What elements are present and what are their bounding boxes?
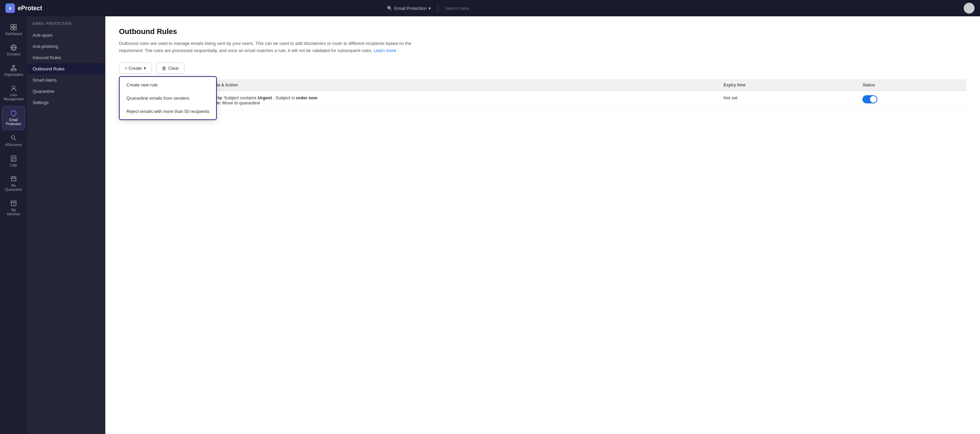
criteria-text-middle: , Subject is xyxy=(273,95,296,101)
clear-icon: 🗑 xyxy=(162,65,166,71)
dropdown-create-new-rule[interactable]: Create new rule xyxy=(119,78,216,91)
sidebar-item-domains[interactable]: Domains xyxy=(2,41,25,60)
learn-more-link[interactable]: Learn more xyxy=(374,48,396,53)
action-value: Move to quarantine xyxy=(222,101,260,105)
sidebar-nav-quarantine-label: Quarantine xyxy=(33,89,54,94)
globe-icon xyxy=(10,44,17,51)
search-icon: 🔍 xyxy=(387,6,393,11)
rules-table: Se... Criteria & Action Expiry time Stat… xyxy=(119,79,966,110)
sidebar-item-email-protection-label: Email Protection xyxy=(5,118,22,126)
sidebar-item-logs-label: Logs xyxy=(10,163,18,168)
sidebar-item-email-protection[interactable]: Email Protection xyxy=(2,106,25,130)
sidebar-item-domains-label: Domains xyxy=(7,53,20,56)
sidebar-item-user-management[interactable]: User Management xyxy=(2,81,25,105)
page-description-text: Outbound rules are used to manage emails… xyxy=(119,41,411,53)
shield-icon xyxy=(10,110,17,116)
create-dropdown-menu: Create new rule Quarantine emails from s… xyxy=(119,76,217,120)
svg-rect-3 xyxy=(14,27,16,30)
sidebar-item-ediscovery[interactable]: eDiscovery xyxy=(2,131,25,150)
chevron-right-icon-2: › xyxy=(99,45,100,48)
sidebar-nav-inbound-rules[interactable]: Inbound Rules › xyxy=(27,52,105,63)
top-nav: e eProtect 🔍 Email Protection ▾ xyxy=(0,0,980,16)
status-toggle[interactable] xyxy=(862,95,877,104)
svg-rect-2 xyxy=(11,27,13,30)
col-criteria-action: Criteria & Action xyxy=(200,79,718,91)
page-description: Outbound rules are used to manage emails… xyxy=(119,40,425,54)
sidebar-nav-outbound-rules-label: Outbound Rules xyxy=(33,66,65,72)
sidebar-nav-quarantine[interactable]: Quarantine › xyxy=(27,86,105,97)
col-status: Status xyxy=(857,79,966,91)
chevron-right-icon-3: › xyxy=(99,56,100,59)
toolbar: + Create ▾ 🗑 Clear Create new rule Quara… xyxy=(119,62,966,74)
main-content: Outbound Rules Outbound rules are used t… xyxy=(105,16,980,434)
criteria-urgent: Urgent xyxy=(258,95,272,101)
search-input[interactable] xyxy=(442,5,646,12)
criteria-text: Criteria: Subject contains Urgent , Subj… xyxy=(206,95,713,101)
nav-right xyxy=(964,3,975,14)
action-text: Action: Move to quarantine xyxy=(206,101,713,105)
dropdown-quarantine-emails[interactable]: Quarantine emails from senders xyxy=(119,91,216,105)
cell-expiry: Not set xyxy=(718,91,857,110)
nav-center: 🔍 Email Protection ▾ xyxy=(71,5,959,12)
sidebar-item-logs[interactable]: Logs xyxy=(2,152,25,171)
avatar xyxy=(964,3,975,14)
search-scope-label: Email Protection xyxy=(395,6,427,11)
search-input-wrap xyxy=(442,5,646,12)
org-icon xyxy=(10,65,17,72)
user-icon xyxy=(10,85,17,92)
sidebar-nav-settings-label: Settings xyxy=(33,100,49,105)
logs-icon xyxy=(10,155,17,162)
sidebar-nav-smart-alerts[interactable]: Smart Alerts › xyxy=(27,75,105,86)
svg-rect-21 xyxy=(11,177,16,181)
svg-point-14 xyxy=(12,86,15,89)
sidebar-item-user-management-label: User Management xyxy=(4,93,24,101)
sidebar-nav-settings[interactable]: Settings xyxy=(27,97,105,108)
clear-button[interactable]: 🗑 Clear xyxy=(156,62,185,74)
main-layout: Dashboard Domains Organization xyxy=(0,16,980,434)
svg-rect-25 xyxy=(11,201,16,203)
page-title: Outbound Rules xyxy=(119,27,966,36)
logo-icon: e xyxy=(5,3,15,13)
col-expiry-time: Expiry time xyxy=(718,79,857,91)
chevron-right-icon-4: › xyxy=(99,78,100,82)
search-divider xyxy=(438,5,438,11)
scope-chevron-icon: ▾ xyxy=(428,6,431,11)
search-scope-button[interactable]: 🔍 Email Protection ▾ xyxy=(384,5,434,12)
icon-sidebar: Dashboard Domains Organization xyxy=(0,16,27,434)
archive-icon xyxy=(10,200,17,207)
sidebar-nav-inbound-rules-label: Inbound Rules xyxy=(33,55,61,60)
sidebar-nav-anti-spam[interactable]: Anti-spam › xyxy=(27,30,105,41)
sidebar-item-my-quarantine-label: My Quarantine xyxy=(5,183,22,192)
svg-rect-9 xyxy=(14,69,16,71)
sidebar-item-organization-label: Organization xyxy=(4,73,24,77)
sidebar-item-my-earchive-label: My eArchive xyxy=(5,208,22,216)
ediscovery-icon xyxy=(10,135,17,142)
sidebar-nav-anti-phishing[interactable]: Anti-phishing › xyxy=(27,41,105,52)
chevron-right-icon-5: › xyxy=(99,89,100,93)
create-label: + Create xyxy=(125,65,142,71)
quarantine-icon xyxy=(10,176,17,182)
sidebar-item-my-earchive[interactable]: My eArchive xyxy=(2,196,25,220)
sidebar-item-dashboard-label: Dashboard xyxy=(5,32,22,36)
svg-line-16 xyxy=(14,139,16,140)
create-button[interactable]: + Create ▾ xyxy=(119,62,152,74)
sidebar-item-dashboard[interactable]: Dashboard xyxy=(2,21,25,40)
cell-criteria-action: Criteria: Subject contains Urgent , Subj… xyxy=(200,91,718,110)
secondary-sidebar: EMAIL PROTECTION Anti-spam › Anti-phishi… xyxy=(27,16,105,434)
svg-rect-1 xyxy=(14,24,16,27)
svg-rect-7 xyxy=(13,65,14,67)
sidebar-nav-outbound-rules[interactable]: Outbound Rules xyxy=(27,63,105,75)
cell-status xyxy=(857,91,966,110)
sidebar-item-my-quarantine[interactable]: My Quarantine xyxy=(2,172,25,195)
criteria-order-now: order now xyxy=(296,95,317,101)
create-chevron-icon: ▾ xyxy=(144,65,146,71)
logo-text: eProtect xyxy=(18,5,42,12)
sidebar-nav-anti-spam-label: Anti-spam xyxy=(33,33,52,38)
criteria-text-prefix: Subject contains xyxy=(224,95,258,101)
chevron-right-icon: › xyxy=(99,34,100,37)
svg-rect-8 xyxy=(11,69,13,71)
dropdown-reject-emails[interactable]: Reject emails with more than 50 recipien… xyxy=(119,105,216,118)
sidebar-item-organization[interactable]: Organization xyxy=(2,61,25,80)
logo-area: e eProtect xyxy=(5,3,67,13)
sidebar-section-title: EMAIL PROTECTION xyxy=(27,22,105,30)
